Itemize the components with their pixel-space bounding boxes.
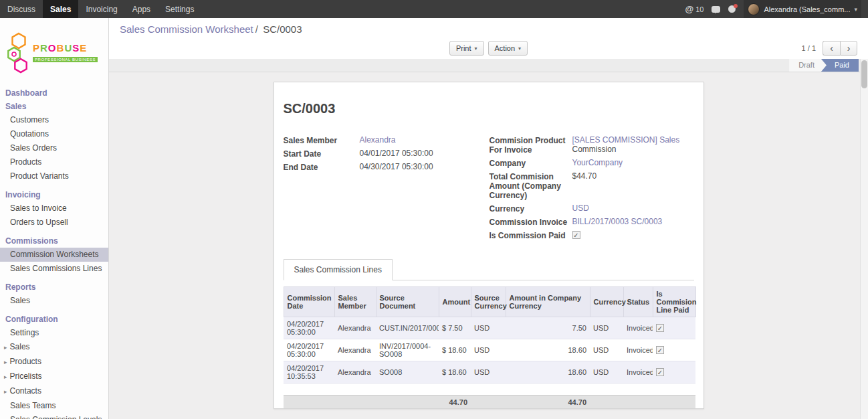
breadcrumb-parent-link[interactable]: Sales Commission Worksheet (120, 23, 253, 35)
table-row[interactable]: 04/20/2017 05:30:00 Alexandra INV/2017/0… (284, 339, 695, 361)
print-button-label: Print (456, 44, 471, 52)
cell-source-currency: USD (471, 317, 506, 339)
sidebar-item-config-products[interactable]: ▸Products (0, 355, 108, 369)
field-sales-member: Sales Member Alexandra (284, 135, 484, 145)
form-sheet: SC/0003 Sales Member Alexandra Start Dat… (274, 82, 704, 409)
breadcrumb-current: SC/0003 (263, 23, 302, 35)
field-group-right: Commision Product For Invoice [SALES COM… (484, 135, 694, 240)
field-is-commission-paid: Is Commission Paid ✓ (490, 230, 694, 240)
sidebar-item-sales-commissions-lines[interactable]: Sales Commissions Lines (0, 262, 108, 276)
sidebar-item-reports-sales[interactable]: Sales (0, 294, 108, 308)
menu-discuss[interactable]: Discuss (0, 0, 43, 18)
sidebar-item-settings[interactable]: Settings (0, 326, 108, 340)
sidebar-heading-reports[interactable]: Reports (0, 280, 108, 294)
cell-sales-member: Alexandra (334, 339, 376, 361)
cell-line-paid: ✓ (653, 339, 695, 361)
sales-member-link[interactable]: Alexandra (360, 135, 396, 145)
line-paid-checkbox[interactable]: ✓ (656, 324, 664, 332)
menu-invoicing[interactable]: Invoicing (78, 0, 124, 18)
currency-link[interactable]: USD (572, 203, 589, 213)
cell-commission-date: 04/20/2017 05:30:00 (284, 317, 334, 339)
messages-icon[interactable] (712, 6, 720, 13)
field-label: Currency (490, 203, 571, 214)
status-paid[interactable]: Paid (821, 59, 859, 72)
sidebar-item-commission-worksheets[interactable]: Commission Worksheets (0, 248, 108, 262)
probuse-logo: PROBUSE PROFESSIONAL BUSINESS (0, 18, 108, 85)
col-header-currency[interactable]: Currency (590, 287, 623, 317)
main-menu: Discuss Sales Invoicing Apps Settings (0, 0, 201, 18)
scrollbar-thumb[interactable] (861, 60, 867, 88)
col-header-commission-date[interactable]: Commission Date (284, 287, 334, 317)
menu-apps[interactable]: Apps (125, 0, 158, 18)
col-header-line-paid[interactable]: Is Commision Line Paid (653, 287, 695, 317)
col-header-amount-company[interactable]: Amount in Company Currency (506, 287, 590, 317)
sidebar-item-config-sales[interactable]: ▸Sales (0, 340, 108, 355)
start-date-value: 04/01/2017 05:30:00 (358, 149, 484, 158)
menu-sales[interactable]: Sales (43, 0, 78, 18)
sidebar-item-products[interactable]: Products (0, 155, 108, 169)
line-paid-checkbox[interactable]: ✓ (656, 368, 664, 376)
cell-source-document: SO008 (376, 361, 439, 384)
form-area: SC/0003 Sales Member Alexandra Start Dat… (109, 72, 868, 419)
tab-sales-commission-lines[interactable]: Sales Commission Lines (284, 259, 393, 280)
sidebar-item-orders-to-upsell[interactable]: Orders to Upsell (0, 216, 108, 230)
caret-down-icon: ▾ (475, 46, 477, 52)
logo-letter: U (64, 42, 72, 54)
user-menu[interactable]: Alexandra (Sales_comm... ▾ (744, 0, 861, 18)
sidebar-item-quotations[interactable]: Quotations (0, 127, 108, 141)
action-button[interactable]: Action▾ (488, 41, 528, 56)
cell-line-paid: ✓ (653, 317, 695, 339)
pager: 1 / 1 ‹ › (802, 41, 857, 56)
logo-letter: E (80, 42, 87, 54)
table-row[interactable]: 04/20/2017 10:35:53 Alexandra SO008 $ 18… (284, 361, 695, 384)
col-header-sales-member[interactable]: Sales Member (334, 287, 376, 317)
field-total-commission-amount: Total Commision Amount (Company Currency… (490, 171, 694, 200)
line-paid-checkbox[interactable]: ✓ (656, 346, 664, 354)
sidebar-item-customers[interactable]: Customers (0, 113, 108, 127)
sidebar-item-product-variants[interactable]: Product Variants (0, 169, 108, 183)
field-group-left: Sales Member Alexandra Start Date 04/01/… (284, 135, 484, 240)
logo-letter: B (57, 42, 65, 54)
vertical-scrollbar[interactable] (860, 59, 868, 419)
col-header-amount[interactable]: Amount (439, 287, 471, 317)
sidebar-item-contacts[interactable]: ▸Contacts (0, 384, 108, 399)
col-header-source-currency[interactable]: Source Currency (471, 287, 506, 317)
pager-previous-button[interactable]: ‹ (823, 41, 840, 56)
print-button[interactable]: Print▾ (449, 41, 484, 56)
total-commission-amount-value: $44.70 (571, 171, 694, 181)
sidebar-item-sales-to-invoice[interactable]: Sales to Invoice (0, 201, 108, 216)
field-groups: Sales Member Alexandra Start Date 04/01/… (284, 135, 694, 240)
bug-icon[interactable] (728, 5, 736, 13)
activity-icon[interactable]: @ 10 (685, 4, 704, 14)
status-draft[interactable]: Draft (789, 59, 827, 72)
check-icon: ✓ (657, 325, 663, 332)
col-header-status[interactable]: Status (623, 287, 653, 317)
caret-right-icon: ▸ (4, 373, 7, 380)
logo-text: PROBUSE PROFESSIONAL BUSINESS (33, 43, 98, 63)
pager-next-button[interactable]: › (840, 41, 857, 56)
sidebar-heading-dashboard[interactable]: Dashboard (0, 86, 108, 100)
sidebar-heading-commissions[interactable]: Commissions (0, 234, 108, 248)
sidebar-item-sales-teams[interactable]: Sales Teams (0, 399, 108, 413)
sidebar-item-sales-commission-levels[interactable]: Sales Commission Levels (0, 413, 108, 419)
sidebar-heading-invoicing[interactable]: Invoicing (0, 188, 108, 201)
commission-invoice-link[interactable]: BILL/2017/0003 SC/0003 (572, 217, 663, 226)
table-row[interactable]: 04/20/2017 05:30:00 Alexandra CUST.IN/20… (284, 317, 695, 339)
col-header-source-document[interactable]: Source Document (376, 287, 439, 317)
field-label: End Date (284, 162, 358, 172)
cell-currency: USD (590, 339, 623, 361)
sidebar-item-sales-orders[interactable]: Sales Orders (0, 141, 108, 155)
logo-subtitle: PROFESSIONAL BUSINESS (33, 57, 98, 62)
sidebar-item-pricelists[interactable]: ▸Pricelists (0, 369, 108, 384)
sidebar-heading-configuration[interactable]: Configuration (0, 313, 108, 326)
sidebar-item-label: Pricelists (10, 371, 42, 381)
sidebar-heading-sales[interactable]: Sales (0, 100, 108, 113)
chat-bubble-icon (712, 6, 720, 13)
commission-product-link[interactable]: [SALES COMMISSION] Sales (572, 135, 680, 145)
table-totals-row: 44.70 44.70 (284, 396, 695, 410)
pager-value: 1 / 1 (802, 44, 816, 52)
table-header-row: Commission Date Sales Member Source Docu… (284, 287, 695, 317)
company-link[interactable]: YourCompany (572, 158, 623, 167)
menu-settings[interactable]: Settings (158, 0, 201, 18)
is-commission-paid-checkbox[interactable]: ✓ (572, 231, 580, 239)
